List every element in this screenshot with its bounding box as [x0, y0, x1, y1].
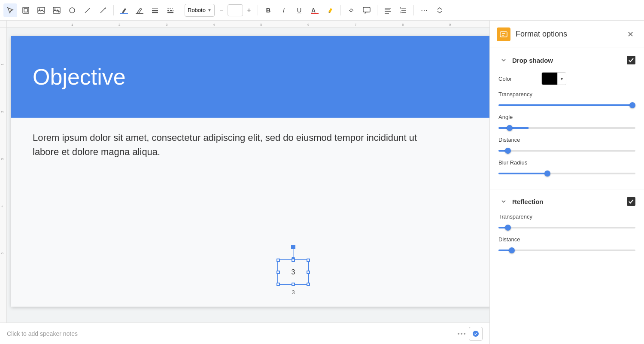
shape-tool[interactable]: [65, 3, 79, 17]
format-panel-close-btn[interactable]: ✕: [623, 27, 637, 41]
italic-btn[interactable]: I: [277, 3, 291, 17]
svg-text:8: 8: [402, 23, 404, 27]
reflection-chevron[interactable]: [498, 196, 509, 207]
handle-ml[interactable]: [276, 271, 280, 274]
bold-btn[interactable]: B: [261, 3, 275, 17]
slide: Objective Lorem ipsum dolor sit amet, co…: [11, 36, 489, 307]
svg-text:2: 2: [118, 23, 121, 27]
blur-radius-slider[interactable]: [498, 173, 635, 174]
svg-rect-0: [23, 7, 29, 13]
angle-label: Angle: [498, 114, 635, 120]
align-btn[interactable]: [381, 3, 395, 17]
format-panel: Format options ✕ Drop shadow Color ▼: [489, 21, 644, 344]
svg-text:7: 7: [355, 23, 357, 27]
svg-text:9: 9: [449, 23, 451, 27]
speaker-notes-placeholder: Click to add speaker notes: [7, 330, 78, 337]
format-panel-title: Format options: [516, 30, 623, 39]
ruler-horizontal: 1 2 3 4 5 6 7 8 9: [7, 21, 489, 27]
link-btn[interactable]: [344, 3, 358, 17]
slide-body[interactable]: Lorem ipsum dolor sit amet, consectetur …: [11, 118, 489, 307]
reflection-title: Reflection: [512, 198, 627, 205]
handle-bl[interactable]: [276, 283, 280, 286]
color-swatch-arrow: ▼: [557, 73, 566, 85]
slide-title: Objective: [33, 64, 126, 90]
color-label: Color: [498, 76, 541, 82]
ruler-corner: [0, 21, 7, 27]
svg-text:1: 1: [0, 63, 4, 65]
highlight-btn[interactable]: [323, 3, 337, 17]
svg-text:4: 4: [0, 205, 4, 207]
handle-br[interactable]: [307, 283, 310, 286]
svg-text:3: 3: [166, 23, 168, 27]
ruler-vertical: 1 2 3 4 5: [0, 27, 7, 323]
color-swatch-dropdown[interactable]: ▼: [541, 72, 566, 85]
distance-label: Distance: [498, 137, 635, 143]
distance-slider[interactable]: [498, 150, 635, 152]
drop-shadow-chevron[interactable]: [498, 55, 509, 65]
font-size-input[interactable]: 10: [228, 4, 243, 16]
reflection-checkbox[interactable]: [627, 197, 635, 206]
color-row: Color ▼: [498, 72, 635, 85]
resize-dots: [458, 333, 465, 335]
svg-text:2: 2: [0, 110, 4, 113]
reflection-distance-slider[interactable]: [498, 250, 635, 251]
handle-tl[interactable]: [276, 259, 280, 262]
move-tool[interactable]: [19, 3, 33, 17]
shape-box[interactable]: 3: [277, 259, 309, 285]
handle-mr[interactable]: [307, 271, 310, 274]
image-insert-btn[interactable]: [50, 3, 64, 17]
line-tool[interactable]: [81, 3, 94, 17]
sep2: [181, 5, 181, 15]
svg-rect-7: [120, 13, 128, 14]
blur-radius-row: Blur Radius: [498, 159, 635, 176]
image-tool[interactable]: [34, 3, 48, 17]
angle-slider[interactable]: [498, 127, 635, 129]
font-family-select[interactable]: Roboto ▼: [185, 4, 215, 17]
shape-container[interactable]: 3 3: [277, 259, 309, 285]
reflection-transparency-row: Transparency: [498, 213, 635, 230]
sep6: [413, 5, 414, 15]
reflection-distance-row: Distance: [498, 236, 635, 253]
angle-row: Angle: [498, 114, 635, 131]
transparency-label: Transparency: [498, 91, 635, 97]
line-spacing-btn[interactable]: [396, 3, 410, 17]
slide-header: Objective: [11, 36, 489, 118]
toolbar: Roboto ▼ − 10 + B I U A ⋯: [0, 0, 644, 21]
border-dash-btn[interactable]: [164, 3, 177, 17]
drop-shadow-checkbox[interactable]: [627, 56, 635, 64]
canvas-area: 1 2 3 4 5 6 7 8 9 1: [0, 21, 489, 344]
underline-btn[interactable]: U: [292, 3, 306, 17]
border-weight-btn[interactable]: [148, 3, 162, 17]
svg-text:3: 3: [0, 158, 4, 160]
reflection-section: Reflection Transparency Distance: [490, 189, 644, 266]
fill-color-btn[interactable]: [117, 3, 131, 17]
drop-shadow-section: Drop shadow Color ▼ Transparency: [490, 48, 644, 189]
text-color-btn[interactable]: A: [308, 3, 322, 17]
svg-rect-41: [500, 32, 507, 37]
svg-rect-16: [311, 13, 319, 14]
svg-text:6: 6: [307, 23, 310, 27]
select-tool[interactable]: [3, 3, 17, 17]
more-options-btn[interactable]: ⋯: [417, 3, 431, 17]
slide-area: 1 2 3 4 5 6 7 8 9 1: [0, 21, 489, 323]
content-with-vruler: 1 2 3 4 5 Objective: [0, 27, 489, 323]
drop-shadow-header: Drop shadow: [498, 55, 635, 65]
reflection-distance-label: Distance: [498, 236, 635, 243]
collapse-btn[interactable]: [433, 3, 447, 17]
line-style-btn[interactable]: [96, 3, 110, 17]
handle-tm[interactable]: [292, 259, 295, 262]
border-color-btn[interactable]: [133, 3, 146, 17]
shape-number: 3: [292, 268, 295, 276]
slide-scroll[interactable]: Objective Lorem ipsum dolor sit amet, co…: [7, 27, 489, 323]
color-swatch-block: [542, 73, 557, 85]
ai-assist-btn[interactable]: [469, 327, 483, 341]
reflection-transparency-slider[interactable]: [498, 227, 635, 228]
svg-rect-18: [363, 7, 370, 12]
comment-btn[interactable]: [360, 3, 374, 17]
font-size-increase[interactable]: +: [244, 5, 254, 15]
speaker-notes[interactable]: Click to add speaker notes: [0, 323, 489, 344]
handle-bm[interactable]: [292, 283, 295, 286]
transparency-slider[interactable]: [498, 104, 635, 106]
handle-tr[interactable]: [307, 259, 310, 262]
font-size-decrease[interactable]: −: [216, 5, 227, 15]
